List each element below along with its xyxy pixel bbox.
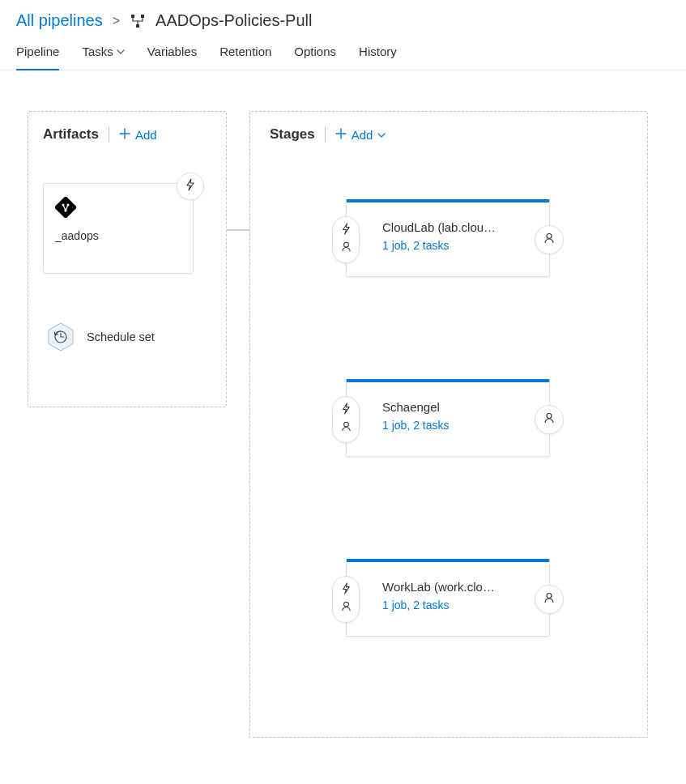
divider: [325, 127, 326, 142]
artifacts-panel-header: Artifacts Add: [43, 126, 211, 143]
schedule-icon: [45, 321, 77, 353]
add-artifact-label: Add: [135, 128, 157, 142]
tab-options[interactable]: Options: [294, 45, 336, 70]
tab-tasks-label: Tasks: [82, 45, 113, 58]
pre-deployment-conditions-button[interactable]: [332, 216, 360, 263]
svg-rect-2: [136, 24, 139, 28]
artifact-card[interactable]: _aadops: [43, 183, 194, 274]
stage-name: WorkLab (work.clo…: [382, 580, 510, 594]
tab-retention[interactable]: Retention: [219, 45, 271, 70]
schedule-label: Schedule set: [87, 330, 155, 343]
bolt-icon: [340, 223, 352, 238]
stage-name: Schaengel: [382, 400, 510, 414]
add-stage-label: Add: [352, 128, 373, 142]
add-stage-button[interactable]: Add: [335, 128, 386, 142]
page-title: AADOps-Policies-Pull: [156, 11, 312, 30]
breadcrumb-root-link[interactable]: All pipelines: [16, 11, 103, 30]
pipeline-type-icon: [130, 13, 146, 29]
tab-pipeline[interactable]: Pipeline: [16, 45, 59, 70]
chevron-down-icon: [117, 45, 125, 58]
divider: [109, 127, 109, 142]
person-icon: [340, 600, 352, 616]
bolt-icon: [184, 178, 197, 194]
post-deployment-conditions-button[interactable]: [535, 405, 564, 434]
tab-variables[interactable]: Variables: [147, 45, 197, 70]
svg-rect-3: [55, 197, 76, 218]
breadcrumb: All pipelines > AADOps-Policies-Pull: [0, 0, 686, 35]
artifacts-panel-title: Artifacts: [43, 126, 99, 143]
bolt-icon: [340, 582, 352, 598]
tab-history[interactable]: History: [359, 45, 397, 70]
svg-point-10: [547, 233, 552, 238]
post-deployment-conditions-button[interactable]: [535, 585, 564, 614]
pre-deployment-conditions-button[interactable]: [332, 576, 360, 623]
person-icon: [543, 591, 556, 607]
person-icon: [340, 241, 352, 256]
artifacts-panel: Artifacts Add: [28, 111, 227, 407]
pipeline-canvas: Artifacts Add: [0, 70, 686, 762]
stage-card[interactable]: CloudLab (lab.clou… 1 job, 2 tasks: [346, 199, 550, 277]
stage-card[interactable]: Schaengel 1 job, 2 tasks: [346, 379, 550, 457]
svg-rect-1: [141, 15, 144, 18]
stage-row: CloudLab (lab.clou… 1 job, 2 tasks: [346, 199, 628, 277]
svg-point-13: [343, 602, 348, 607]
svg-point-11: [343, 422, 348, 427]
stage-card[interactable]: WorkLab (work.clo… 1 job, 2 tasks: [346, 559, 550, 637]
stage-tasks-link[interactable]: 1 job, 2 tasks: [382, 419, 510, 432]
person-icon: [543, 232, 556, 248]
chevron-down-icon: [377, 128, 386, 142]
tab-tasks[interactable]: Tasks: [82, 45, 124, 70]
plus-icon: [119, 128, 130, 142]
git-icon: [55, 197, 181, 221]
person-icon: [543, 411, 556, 428]
plus-icon: [335, 128, 347, 142]
stage-row: WorkLab (work.clo… 1 job, 2 tasks: [346, 559, 628, 637]
person-icon: [340, 420, 352, 436]
breadcrumb-separator: >: [113, 14, 120, 28]
stage-tasks-link[interactable]: 1 job, 2 tasks: [382, 599, 510, 611]
svg-point-14: [547, 593, 552, 598]
stages-panel-title: Stages: [270, 126, 315, 143]
stages-list: CloudLab (lab.clou… 1 job, 2 tasks: [270, 183, 628, 637]
stage-row: Schaengel 1 job, 2 tasks: [346, 379, 628, 457]
stage-name: CloudLab (lab.clou…: [382, 220, 510, 234]
svg-point-9: [343, 242, 348, 247]
pre-deployment-conditions-button[interactable]: [332, 396, 360, 443]
post-deployment-conditions-button[interactable]: [535, 225, 564, 254]
svg-point-12: [547, 413, 552, 418]
artifact-trigger-button[interactable]: [177, 173, 204, 200]
stages-panel-header: Stages Add: [270, 126, 628, 143]
svg-rect-0: [131, 15, 134, 18]
artifact-name: _aadops: [55, 229, 181, 242]
bolt-icon: [340, 403, 352, 418]
stages-panel: Stages Add: [249, 111, 648, 738]
tabs-bar: Pipeline Tasks Variables Retention Optio…: [0, 35, 686, 70]
stage-tasks-link[interactable]: 1 job, 2 tasks: [382, 239, 510, 252]
add-artifact-button[interactable]: Add: [119, 128, 157, 142]
schedule-row[interactable]: Schedule set: [45, 321, 211, 353]
